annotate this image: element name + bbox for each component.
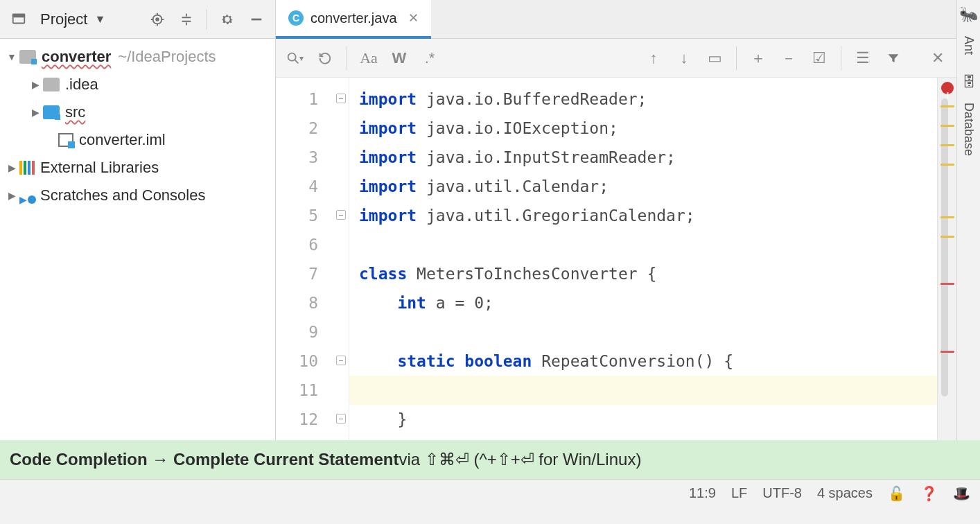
whole-word-icon[interactable]: W [390, 46, 408, 70]
ant-tool-icon[interactable]: 🐜 [959, 6, 978, 24]
source-folder-icon [43, 105, 60, 119]
tree-label: External Libraries [40, 154, 159, 182]
tree-label: src [65, 98, 85, 126]
expand-arrow-icon[interactable] [28, 71, 43, 98]
tip-text: via ⇧⌘⏎ (^+⇧+⏎ for Win/Linux) [399, 450, 641, 469]
expand-arrow-icon[interactable] [4, 43, 19, 71]
collapse-all-icon[interactable] [175, 8, 198, 31]
error-stripe[interactable] [937, 78, 956, 440]
svg-point-3 [156, 18, 159, 21]
tree-root-name: converter [42, 43, 111, 71]
regex-icon[interactable]: .* [421, 46, 439, 70]
gutter[interactable]: 1 2 3 4 5 6 7 8 9 10 11 12 [276, 78, 349, 440]
database-tool-label[interactable]: Database [961, 103, 976, 156]
find-toolbar: ▾ Aa W .* ↑ ↓ ▭ ＋ － ☑ ☰ [276, 39, 956, 78]
inspection-icon[interactable]: ❓ [920, 485, 938, 502]
folder-icon [43, 78, 60, 91]
readonly-lock-icon[interactable]: 🔓 [888, 485, 905, 502]
right-tool-strip: 🐜 Ant 🗄 Database [956, 0, 980, 440]
module-file-icon [58, 133, 73, 147]
tab-filename: converter.java [310, 10, 397, 26]
project-window-icon[interactable] [7, 8, 30, 31]
tip-text-bold: Code Completion → Complete Current State… [10, 450, 399, 469]
chevron-down-icon[interactable]: ▼ [94, 13, 105, 26]
filter-icon[interactable] [884, 46, 902, 70]
redo-search-icon[interactable] [316, 46, 334, 70]
tree-item-scratches[interactable]: Scratches and Consoles [0, 182, 275, 209]
prev-occurrence-icon[interactable]: ↑ [645, 46, 663, 70]
tree-item-src[interactable]: src [0, 98, 275, 126]
close-find-icon[interactable]: ✕ [929, 46, 947, 70]
warning-marker[interactable] [940, 144, 954, 146]
editor-tabs: C converter.java ✕ [276, 0, 956, 39]
expand-arrow-icon[interactable] [28, 98, 43, 126]
caret-position[interactable]: 11:9 [689, 485, 716, 501]
database-tool-icon[interactable]: 🗄 [962, 74, 976, 90]
error-marker[interactable] [940, 283, 954, 285]
tree-item-iml[interactable]: converter.iml [0, 126, 275, 154]
class-icon: C [288, 10, 304, 26]
status-bar: 11:9 LF UTF-8 4 spaces 🔓 ❓ 🎩 [0, 479, 980, 507]
tree-label: Scratches and Consoles [40, 182, 205, 209]
add-selection-icon[interactable]: ＋ [749, 46, 767, 70]
remove-selection-icon[interactable]: － [780, 46, 798, 70]
tree-root[interactable]: converter ~/IdeaProjects [0, 43, 275, 71]
scratches-icon [19, 189, 35, 202]
expand-arrow-icon[interactable] [4, 154, 19, 182]
tree-label: converter.iml [79, 126, 166, 154]
tree-item-ext-libs[interactable]: External Libraries [0, 154, 275, 182]
ant-tool-label[interactable]: Ant [961, 36, 976, 55]
tree-item-idea[interactable]: .idea [0, 71, 275, 98]
gear-icon[interactable] [216, 8, 239, 31]
libraries-icon [19, 161, 35, 175]
project-tree[interactable]: converter ~/IdeaProjects .idea src conve… [0, 39, 275, 440]
match-case-icon[interactable]: Aa [360, 46, 378, 70]
warning-marker[interactable] [940, 164, 954, 166]
close-tab-icon[interactable]: ✕ [408, 10, 419, 26]
line-separator[interactable]: LF [731, 485, 747, 501]
error-indicator-icon[interactable] [941, 82, 954, 94]
warning-marker[interactable] [940, 216, 954, 218]
tree-root-path: ~/IdeaProjects [118, 43, 216, 71]
select-all-icon[interactable]: ▭ [706, 46, 724, 70]
profile-icon[interactable]: 🎩 [953, 485, 970, 502]
file-encoding[interactable]: UTF-8 [762, 485, 802, 501]
error-marker[interactable] [940, 351, 954, 353]
code-body[interactable]: import java.io.BufferedReader;import jav… [349, 78, 937, 440]
indent-setting[interactable]: 4 spaces [817, 485, 873, 501]
svg-rect-1 [13, 14, 25, 17]
fold-icon[interactable] [336, 210, 346, 220]
fold-icon[interactable] [336, 414, 346, 423]
locate-target-icon[interactable] [146, 8, 169, 31]
search-icon[interactable]: ▾ [286, 46, 304, 70]
tree-label: .idea [65, 71, 98, 98]
warning-marker[interactable] [940, 236, 954, 238]
fold-icon[interactable] [336, 94, 346, 103]
warning-marker[interactable] [940, 105, 954, 107]
select-occurrences-icon[interactable]: ☑ [810, 46, 828, 70]
expand-arrow-icon[interactable] [4, 182, 19, 209]
show-options-icon[interactable]: ☰ [854, 46, 872, 70]
svg-point-4 [288, 53, 296, 60]
project-label[interactable]: Project [40, 10, 87, 28]
project-toolbar: Project ▼ [0, 0, 275, 39]
next-occurrence-icon[interactable]: ↓ [675, 46, 693, 70]
fold-icon[interactable] [336, 356, 346, 365]
editor-tab[interactable]: C converter.java ✕ [276, 0, 431, 39]
hide-panel-icon[interactable] [245, 8, 268, 31]
code-editor[interactable]: 1 2 3 4 5 6 7 8 9 10 11 12 import java.i… [276, 78, 956, 440]
module-folder-icon [19, 50, 36, 64]
tip-banner: Code Completion → Complete Current State… [0, 440, 980, 479]
warning-marker[interactable] [940, 125, 954, 127]
